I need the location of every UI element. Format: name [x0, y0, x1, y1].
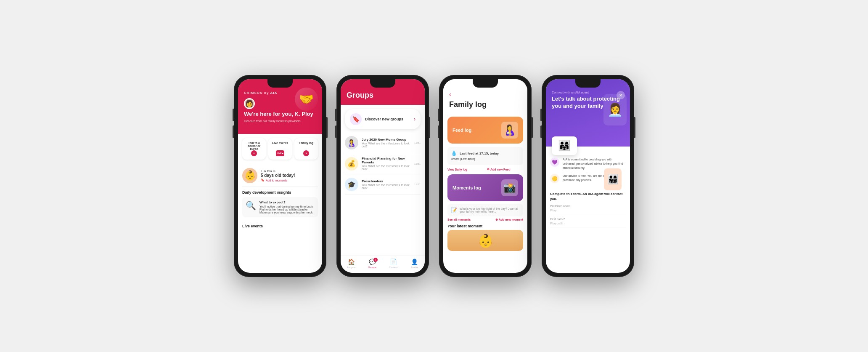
baby-name: Luk Pla is	[261, 169, 275, 173]
view-daily-log-btn[interactable]: View Daily log	[447, 168, 484, 171]
latest-moment-title: Your latest moment	[447, 224, 523, 228]
group-avatar-1: 🤱	[345, 136, 358, 149]
first-name-field: First name* Ploypallin	[550, 218, 626, 227]
nav-content[interactable]: 📄 Content	[383, 259, 404, 269]
group-preview-3: You: What are the milestones to look out…	[362, 184, 411, 189]
phone3-header: ‹ Family log	[443, 79, 527, 113]
phone-1-shell: CRIMSON by AIA 🤝 👩 We're here for you, K…	[234, 75, 326, 277]
benefit-icon-2: 🟡	[550, 174, 559, 183]
qa-family-label: Family log	[297, 141, 315, 144]
add-new-moment-btn[interactable]: ⊕ Add new moment	[495, 218, 523, 221]
family-thumbnail: 👨‍👩‍👧	[552, 136, 577, 155]
group-name-2: Financial Planning for New Parents	[362, 157, 411, 164]
phone1-body: 👶 Luk Pla is 5 days old today! 🔖 Add to …	[238, 162, 322, 220]
phone-3: ‹ Family log Feed log 🤱 💧 Last feed at 1…	[439, 75, 532, 277]
preferred-name-label: Preferred name	[550, 205, 626, 208]
live-events-section-title: Live events	[238, 224, 322, 228]
group-name-3: Preschoolers	[362, 179, 411, 183]
group-time-2: 11:51	[414, 163, 421, 165]
moments-detail-card: 📝 What's your top highlight of the day? …	[447, 204, 523, 216]
family-img: 👨‍👩‍👧‍👦	[604, 168, 622, 190]
insight-icon: 🔍	[246, 200, 256, 211]
phone1-milestone: 👶 Luk Pla is 5 days old today! 🔖 Add to …	[242, 165, 318, 187]
phone1-insight-card: 🔍 What to expect? You'll notice that dur…	[242, 197, 318, 217]
phone-1-screen: CRIMSON by AIA 🤝 👩 We're here for you, K…	[238, 79, 322, 273]
benefit-text-1: AIA is committed to providing you with u…	[563, 157, 626, 170]
discover-icon: 🔖	[350, 113, 362, 125]
moments-actions: See all moments ⊕ Add new moment	[447, 218, 523, 221]
preferred-name-value[interactable]: Ploy	[550, 208, 626, 214]
droplet-icon: 💧	[451, 150, 457, 156]
phone1-greeting: We're here for you, K. Ploy	[244, 111, 316, 118]
latest-moment-photo: 👶	[447, 230, 523, 251]
benefit-icon-1: 💜	[550, 157, 559, 167]
see-all-moments-btn[interactable]: See all moments	[447, 218, 471, 221]
chevron-right-icon: ›	[414, 116, 415, 122]
groups-list: 🤱 July 2020 New Moms Group You: What are…	[341, 129, 425, 198]
add-new-feed-btn[interactable]: ⊕ Add new Feed	[487, 168, 523, 171]
group-item-3[interactable]: 🎓 Preschoolers You: What are the milesto…	[345, 174, 421, 195]
feed-log-thumbnail: 🤱	[501, 122, 518, 139]
phone2-header: Groups	[341, 79, 425, 105]
nav-for-you[interactable]: 🏠 For you	[341, 259, 362, 269]
feed-detail-text: Breast (Left: 4min)	[451, 157, 475, 160]
form-instruction: Complete this form. An AIA agent will co…	[550, 192, 626, 201]
group-item-1[interactable]: 🤱 July 2020 New Moms Group You: What are…	[345, 133, 421, 153]
profile-icon: 👤	[411, 259, 418, 265]
nav-profile-label: Profile	[410, 266, 418, 269]
milestone-text: Luk Pla is 5 days old today!	[261, 169, 295, 178]
group-info-1: July 2020 New Moms Group You: What are t…	[362, 138, 411, 148]
phone-1: CRIMSON by AIA 🤝 👩 We're here for you, K…	[234, 75, 326, 277]
agent-illustration: 👩‍💼	[603, 94, 627, 125]
back-button[interactable]: ‹	[449, 91, 521, 98]
phone2-bottom-nav: 🏠 For you 💬 Groups 📄 Content 👤	[341, 256, 425, 273]
phone1-user-avatar: 👩	[244, 98, 255, 109]
insight-title: What to expect?	[259, 200, 315, 204]
qa-live-badge: LIVE▶	[276, 150, 284, 156]
insight-text: What to expect? You'll notice that durin…	[259, 200, 315, 214]
add-moments-btn[interactable]: 🔖 Add to moments	[261, 179, 295, 182]
nav-groups-label: Groups	[368, 266, 376, 269]
phone-2-shell: Groups 🔖 Discover new groups › 🤱	[336, 75, 429, 277]
phone-4: ✕ Connect with an AIA agent Let's talk a…	[542, 75, 634, 277]
baby-avatar: 👶	[242, 168, 257, 183]
qa-live-label: Live events	[271, 141, 289, 144]
group-preview-2: You: What are the milestones to look out…	[362, 165, 411, 171]
phone1-illustration: 🤝	[295, 88, 318, 111]
feed-detail-card: 💧 Last feed at 17:15, today Breast (Left…	[447, 147, 523, 165]
feed-log-card[interactable]: Feed log 🤱	[447, 117, 523, 144]
group-name-1: July 2020 New Moms Group	[362, 138, 411, 141]
qa-heart-badge-2: ♥	[303, 150, 309, 156]
home-icon: 🏠	[348, 259, 355, 265]
qa-family-log[interactable]: Family log ♥	[294, 138, 318, 160]
moments-log-title: Moments log	[453, 185, 481, 190]
feed-detail-row: Breast (Left: 4min)	[451, 157, 520, 160]
qa-talk-doctor[interactable]: Talk to a doctor or nurse ♥	[242, 138, 266, 160]
group-info-3: Preschoolers You: What are the milestone…	[362, 179, 411, 189]
nav-groups[interactable]: 💬 Groups	[362, 259, 383, 269]
discover-groups-card[interactable]: 🔖 Discover new groups ›	[345, 109, 421, 129]
phone1-quick-actions: Talk to a doctor or nurse ♥ Live events …	[238, 134, 322, 162]
nav-profile[interactable]: 👤 Profile	[404, 259, 425, 269]
groups-icon: 💬	[369, 259, 376, 265]
group-item-2[interactable]: 💰 Financial Planning for New Parents You…	[345, 153, 421, 174]
phone-4-shell: ✕ Connect with an AIA agent Let's talk a…	[542, 75, 634, 277]
daily-insights-title: Daily development insights	[242, 190, 318, 195]
feed-actions: View Daily log ⊕ Add new Feed	[447, 168, 523, 171]
first-name-value[interactable]: Ploypallin	[550, 221, 626, 227]
group-avatar-2: 💰	[345, 157, 358, 171]
phone4-header: ✕ Connect with an AIA agent Let's talk a…	[546, 79, 630, 147]
phone-4-screen: ✕ Connect with an AIA agent Let's talk a…	[546, 79, 630, 273]
benefit-item-1: 💜 AIA is committed to providing you with…	[550, 157, 626, 170]
baby-age: 5 days old today!	[261, 173, 295, 178]
discover-left: 🔖 Discover new groups	[350, 113, 403, 125]
qa-live-events[interactable]: Live events LIVE▶	[268, 138, 292, 160]
insight-body: You'll notice that during tummy time Luu…	[259, 205, 313, 214]
journal-icon: 📝	[451, 207, 457, 213]
groups-badge: 💬	[369, 259, 376, 265]
family-log-title: Family log	[449, 100, 521, 109]
feed-log-title: Feed log	[453, 128, 471, 133]
nav-content-label: Content	[389, 266, 397, 269]
moments-log-card[interactable]: Moments log 📸	[447, 174, 523, 201]
first-name-label: First name*	[550, 218, 626, 221]
